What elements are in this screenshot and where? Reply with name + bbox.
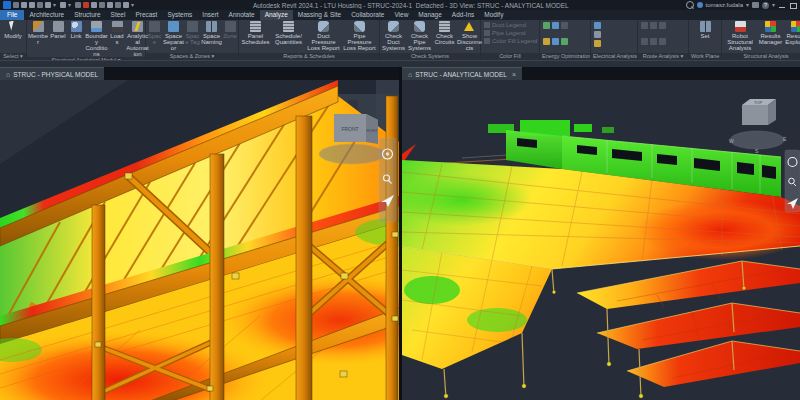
generate-icon[interactable] [543,38,550,45]
tab-insert[interactable]: Insert [197,10,223,20]
link-button[interactable]: Link [68,21,84,39]
group-label-color-fill[interactable]: Color Fill [481,53,539,60]
systems-analysis-icon[interactable] [561,38,568,45]
group-label-electrical-analysis[interactable]: Electrical Analysis [591,53,637,60]
path-of-travel-icon[interactable] [641,22,648,29]
help-icon[interactable] [762,2,769,9]
navigation-bar-right[interactable] [785,150,800,212]
pipe-legend-button[interactable]: Pipe Legend [484,30,526,36]
tab-structure[interactable]: Structure [69,10,105,20]
text-icon[interactable] [107,2,113,8]
open-icon[interactable] [21,2,27,8]
group-label-energy-optimization[interactable]: Energy Optimization [540,53,590,60]
view-tab-struc-physical[interactable]: STRUC - PHYSICAL MODEL [0,67,104,80]
electrical-settings-icon[interactable] [594,31,601,38]
undo-icon[interactable] [45,2,51,8]
group-label-structural-analytical-model[interactable]: Structural Analytical Model ▾ [27,57,145,60]
modify-button[interactable]: Modify [1,21,25,39]
minimize-button[interactable] [778,2,786,9]
customize-quick-access-icon[interactable]: ▾ [131,2,136,8]
check-circuits-button[interactable]: Check Circuits [433,21,456,45]
results-manager-button[interactable]: Results Manager [758,21,783,45]
group-label-check-systems[interactable]: Check Systems [380,53,480,60]
route-reveal-icon[interactable] [641,38,648,45]
boundary-conditions-button[interactable]: Boundary Conditions [85,21,108,57]
show-disconnects-button[interactable]: Show Disconnects [457,21,482,51]
panel-schedules-button[interactable]: Panel Schedules [240,21,271,45]
tag-by-category-icon[interactable] [99,2,105,8]
navigation-bar-left[interactable] [379,138,396,222]
pipe-pressure-loss-report-button[interactable]: Pipe Pressure Loss Report [342,21,377,51]
file-menu-icon[interactable] [13,2,19,8]
people-content-icon[interactable] [659,22,666,29]
tab-collaborate[interactable]: Collaborate [346,10,389,20]
undo-caret-icon[interactable]: ▾ [53,2,58,8]
print-icon[interactable] [75,2,81,8]
analytical-model-canvas[interactable]: W S E TOP [402,80,800,400]
redo-icon[interactable] [60,2,66,8]
tab-precast[interactable]: Precast [130,10,162,20]
tab-view[interactable]: View [389,10,413,20]
revit-logo-icon[interactable] [3,1,11,9]
close-view-icon[interactable]: × [512,71,516,78]
member-button[interactable]: Member [28,21,48,45]
space-naming-button[interactable]: Space Naming [201,21,222,45]
redo-caret-icon[interactable]: ▾ [68,2,73,8]
tab-manage[interactable]: Manage [413,10,447,20]
robot-structural-analysis-button[interactable]: Robot Structural Analysis [723,21,757,51]
user-name[interactable]: tomasz.fudala [706,2,743,8]
group-label-reports-schedules[interactable]: Reports & Schedules [239,53,379,60]
space-button[interactable]: Space [147,21,162,45]
power-analytical-components-icon[interactable] [594,22,601,29]
duct-legend-button[interactable]: Duct Legend [484,22,526,28]
tab-modify[interactable]: Modify [479,10,508,20]
group-label-work-plane[interactable]: Work Plane [689,53,721,60]
tab-systems[interactable]: Systems [162,10,197,20]
optimize-icon[interactable] [552,38,559,45]
analytical-distribution-icon[interactable] [594,40,601,47]
group-label-structural-analysis[interactable]: Structural Analysis [722,53,800,60]
schedule-quantities-button[interactable]: Schedule/ Quantities [272,21,305,45]
group-label-route-analysis[interactable]: Route Analysis ▾ [638,53,688,60]
tab-architecture[interactable]: Architecture [24,10,69,20]
create-energy-model-icon[interactable] [561,22,568,29]
restore-button[interactable] [789,2,797,9]
user-avatar-icon[interactable] [697,2,703,8]
help-caret-icon[interactable]: ▾ [772,2,775,8]
tab-analyze[interactable]: Analyze [260,10,293,20]
measure-icon[interactable] [83,2,89,8]
multiple-paths-icon[interactable] [650,22,657,29]
aligned-dimension-icon[interactable] [91,2,97,8]
energy-settings-icon[interactable] [552,22,559,29]
default-3d-view-icon[interactable] [115,2,121,8]
check-pipe-systems-button[interactable]: Check Pipe Systems [407,21,432,51]
panel-button[interactable]: Panel [49,21,67,39]
zone-button[interactable]: Zone [223,21,237,39]
search-icon[interactable] [686,1,694,9]
save-icon[interactable] [29,2,35,8]
route-update-icon[interactable] [650,38,657,45]
user-menu-caret-icon[interactable]: ▾ [746,2,749,8]
group-label-spaces-zones[interactable]: Spaces & Zones ▾ [146,53,238,60]
tab-steel[interactable]: Steel [106,10,131,20]
loads-button[interactable]: Loads [109,21,125,45]
tab-add-ins[interactable]: Add-Ins [447,10,479,20]
tab-file[interactable]: File [0,10,24,20]
view-tab-struc-analytical[interactable]: STRUC - ANALYTICAL MODEL × [402,67,522,80]
app-store-icon[interactable] [752,2,759,8]
check-duct-systems-button[interactable]: Check Duct Systems [381,21,406,51]
space-separator-button[interactable]: Space Separator [163,21,184,51]
set-work-plane-button[interactable]: Set [695,21,715,39]
route-settings-icon[interactable] [659,38,666,45]
tab-annotate[interactable]: Annotate [224,10,260,20]
space-tag-button[interactable]: Space Tag [185,21,200,45]
duct-pressure-loss-report-button[interactable]: Duct Pressure Loss Report [306,21,341,51]
section-icon[interactable] [123,2,129,8]
physical-model-canvas[interactable]: FRONT RIGHT [0,80,399,400]
results-explorer-button[interactable]: Results Explorer [784,21,800,45]
tab-massing-site[interactable]: Massing & Site [293,10,346,20]
location-icon[interactable] [543,22,550,29]
sync-with-central-icon[interactable] [37,2,43,8]
group-label-select[interactable]: Select ▾ [0,53,26,60]
color-fill-legend-button[interactable]: Color Fill Legend [484,38,537,44]
